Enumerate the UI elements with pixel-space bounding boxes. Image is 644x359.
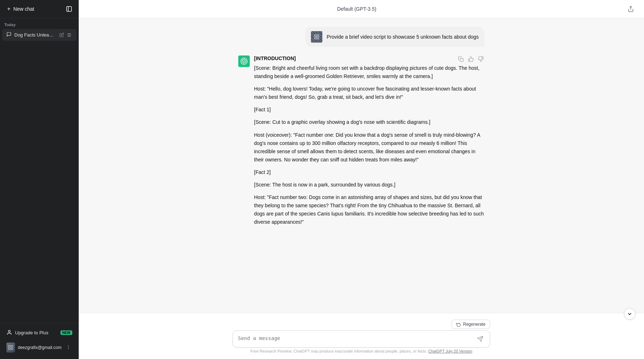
chat-bubble-icon	[6, 32, 11, 38]
svg-rect-0	[67, 6, 72, 11]
sidebar-today-section: Today Dog Facts Unleashed	[0, 18, 79, 42]
upgrade-to-plus-button[interactable]: Upgrade to Plus NEW	[3, 327, 76, 338]
thumbs-down-button[interactable]	[477, 55, 484, 63]
send-icon	[477, 336, 483, 342]
ai-paragraph-8: Host: "Fact number two: Dogs come in an …	[254, 193, 484, 226]
sidebar-header: + New chat	[0, 0, 79, 18]
user-row[interactable]: deezgrafix@gmail.com	[3, 340, 76, 355]
svg-rect-15	[460, 58, 463, 62]
ai-paragraph-6: [Fact 2]	[254, 168, 484, 176]
svg-rect-11	[314, 35, 316, 37]
user-icon	[311, 31, 322, 43]
chat-item-label: Dog Facts Unleashed	[14, 32, 56, 38]
regenerate-button[interactable]: Regenerate	[452, 320, 490, 329]
svg-rect-3	[9, 345, 10, 347]
svg-rect-4	[11, 345, 13, 347]
new-chat-button[interactable]: + New chat	[4, 4, 61, 14]
user-message: Provide a brief video script to showcase…	[238, 27, 484, 47]
ai-paragraph-4: [Scene: Cut to a graphic overlay showing…	[254, 118, 484, 126]
chat-input-area: Regenerate Free Research Preview. ChatGP…	[79, 313, 644, 359]
svg-point-7	[68, 345, 68, 346]
main-content: Default (GPT-3.5)	[79, 0, 644, 359]
sidebar-section-label: Today	[0, 18, 79, 28]
sidebar-item-dog-facts[interactable]: Dog Facts Unleashed	[2, 29, 77, 41]
svg-rect-5	[9, 348, 10, 350]
chevron-down-icon	[627, 311, 633, 317]
message-row-user: Provide a brief video script to showcase…	[233, 27, 490, 47]
copy-button[interactable]	[457, 55, 464, 63]
sidebar-footer: Upgrade to Plus NEW deezgrafix@gmail.com	[0, 323, 79, 359]
ai-content-header: [INTRODUCTION]	[254, 55, 484, 63]
footer-disclaimer: Free Research Preview. ChatGPT may produ…	[87, 348, 635, 356]
input-container	[233, 330, 490, 348]
model-label: Default (GPT-3.5)	[337, 6, 376, 12]
upgrade-label: Upgrade to Plus	[15, 330, 48, 335]
delete-chat-button[interactable]	[66, 32, 72, 38]
ai-avatar	[238, 55, 250, 67]
ai-content: [INTRODUCTION]	[254, 55, 484, 227]
scroll-down-button[interactable]	[624, 308, 635, 320]
message-input[interactable]	[238, 335, 475, 343]
ai-response-title: [INTRODUCTION]	[254, 55, 296, 61]
new-chat-label: New chat	[13, 6, 34, 12]
regenerate-area: Regenerate	[233, 317, 490, 330]
ai-paragraph-7: [Scene: The host is now in a park, surro…	[254, 181, 484, 189]
send-button[interactable]	[475, 334, 485, 344]
new-badge: NEW	[60, 330, 72, 335]
thumbs-down-icon	[478, 56, 484, 62]
sidebar-toggle-button[interactable]	[64, 4, 74, 14]
plus-icon: +	[7, 6, 10, 12]
user-bubble: Provide a brief video script to showcase…	[305, 27, 484, 47]
svg-rect-14	[317, 37, 319, 39]
avatar	[6, 343, 15, 353]
regenerate-label: Regenerate	[463, 322, 486, 327]
copy-icon	[458, 56, 464, 62]
ai-response-text: [Scene: Bright and cheerful living room …	[254, 64, 484, 227]
chat-header: Default (GPT-3.5)	[79, 0, 644, 18]
sidebar: + New chat Today Dog Facts Unleashed	[0, 0, 79, 359]
thumbs-up-button[interactable]	[467, 55, 474, 63]
svg-rect-12	[317, 35, 319, 37]
message-row-ai: [INTRODUCTION]	[233, 55, 490, 227]
person-icon	[6, 330, 12, 335]
user-more-button[interactable]	[64, 344, 72, 351]
ai-paragraph-5: Host (voiceover): "Fact number one: Did …	[254, 131, 484, 164]
messages-area: Provide a brief video script to showcase…	[79, 18, 644, 313]
openai-logo-icon	[240, 58, 248, 65]
svg-point-8	[68, 347, 68, 347]
disclaimer-text: Free Research Preview. ChatGPT may produ…	[250, 349, 427, 353]
ai-actions	[457, 55, 484, 63]
share-button[interactable]	[626, 4, 635, 14]
user-email: deezgrafix@gmail.com	[18, 345, 62, 350]
user-message-text: Provide a brief video script to showcase…	[327, 34, 479, 40]
sidebar-toggle-icon	[66, 6, 72, 12]
svg-point-2	[8, 330, 10, 332]
thumbs-up-icon	[468, 56, 474, 62]
edit-chat-button[interactable]	[59, 32, 65, 38]
ai-paragraph-2: Host: "Hello, dog lovers! Today, we're g…	[254, 85, 484, 101]
ai-paragraph-3: [Fact 1]	[254, 106, 484, 114]
chat-item-actions	[59, 32, 72, 38]
footer-link[interactable]: ChatGPT July 20 Version	[428, 349, 472, 353]
svg-point-9	[68, 348, 68, 349]
ai-paragraph-1: [Scene: Bright and cheerful living room …	[254, 64, 484, 81]
svg-rect-6	[11, 348, 13, 350]
regenerate-icon	[456, 322, 461, 327]
ai-message: [INTRODUCTION]	[238, 55, 484, 227]
svg-rect-13	[314, 37, 316, 39]
share-icon	[628, 6, 634, 12]
